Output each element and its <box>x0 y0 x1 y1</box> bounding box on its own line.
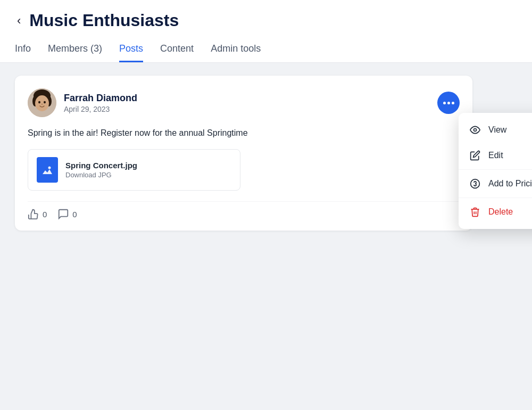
attachment-file-action: Download JPG <box>65 171 137 179</box>
post-card: Farrah Diamond April 29, 2023 Spring is … <box>15 76 472 231</box>
page-header: ‹ Music Enthusiasts Info Members (3) Pos… <box>0 0 532 63</box>
comment-button[interactable]: 0 <box>57 208 77 220</box>
tab-posts[interactable]: Posts <box>119 43 143 62</box>
author-date: April 29, 2023 <box>64 105 137 113</box>
menu-item-delete-label: Delete <box>488 207 513 217</box>
like-button[interactable]: 0 <box>28 208 47 220</box>
file-icon <box>37 157 58 183</box>
svg-point-4 <box>35 95 49 111</box>
dollar-circle-icon <box>469 178 481 189</box>
comment-count: 0 <box>72 210 77 219</box>
svg-point-5 <box>38 101 40 103</box>
menu-item-pricing-label: Add to Pricing Plan <box>488 179 532 188</box>
svg-point-9 <box>474 129 477 132</box>
tab-members[interactable]: Members (3) <box>48 43 102 62</box>
menu-item-view-label: View <box>488 125 506 135</box>
menu-item-edit-label: Edit <box>488 151 503 160</box>
menu-item-pricing[interactable]: Add to Pricing Plan <box>459 171 532 196</box>
back-button[interactable]: ‹ <box>15 15 23 27</box>
post-content-text: Spring is in the air! Register now for t… <box>28 127 460 140</box>
author-name: Farrah Diamond <box>64 93 137 104</box>
svg-rect-7 <box>41 162 54 177</box>
menu-divider <box>459 169 532 170</box>
menu-divider-2 <box>459 198 532 198</box>
post-card-wrapper: Farrah Diamond April 29, 2023 Spring is … <box>15 76 517 231</box>
main-content: Farrah Diamond April 29, 2023 Spring is … <box>0 63 532 243</box>
post-author: Farrah Diamond April 29, 2023 <box>28 88 137 117</box>
like-count: 0 <box>43 210 47 219</box>
menu-item-delete[interactable]: Delete <box>459 199 532 225</box>
avatar <box>28 88 56 117</box>
tab-admin-tools[interactable]: Admin tools <box>211 43 261 62</box>
post-footer: 0 0 <box>28 201 460 220</box>
page-title: Music Enthusiasts <box>29 11 179 30</box>
tab-content[interactable]: Content <box>160 43 194 62</box>
menu-item-edit[interactable]: Edit <box>459 143 532 168</box>
svg-point-6 <box>44 101 46 103</box>
menu-item-view[interactable]: View <box>459 117 532 143</box>
tab-info[interactable]: Info <box>15 43 31 62</box>
eye-icon <box>469 125 481 135</box>
pencil-icon <box>469 150 481 161</box>
dropdown-menu: View Edit Add to <box>459 113 532 229</box>
post-header: Farrah Diamond April 29, 2023 <box>28 88 460 117</box>
attachment-file-name: Spring Concert.jpg <box>65 161 137 170</box>
more-options-button[interactable] <box>437 92 460 114</box>
trash-icon <box>469 207 481 217</box>
svg-point-8 <box>48 167 51 169</box>
tab-navigation: Info Members (3) Posts Content Admin too… <box>15 43 517 62</box>
post-attachment[interactable]: Spring Concert.jpg Download JPG <box>28 149 240 191</box>
